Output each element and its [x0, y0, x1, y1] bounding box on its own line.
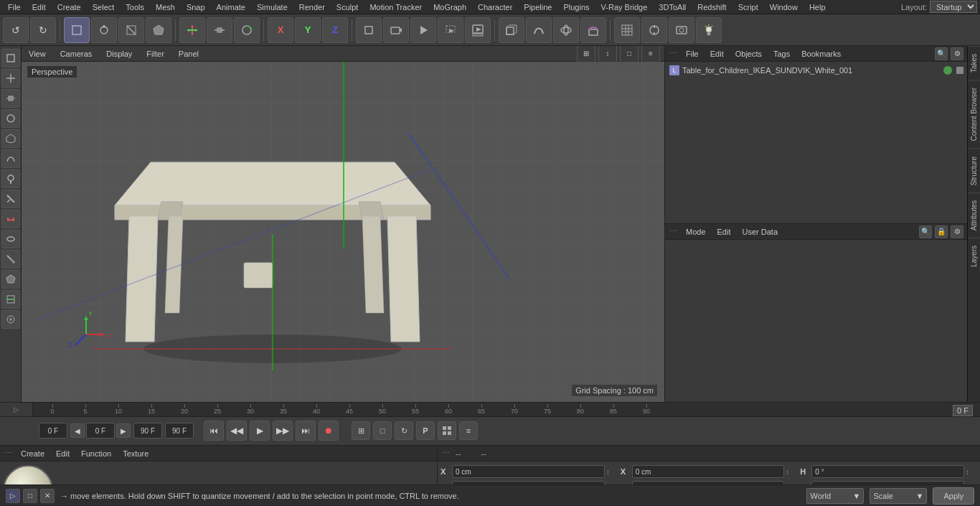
play-btn[interactable]: ▶	[250, 421, 270, 441]
mat-function-menu[interactable]: Function	[78, 448, 114, 459]
attr-user-data-menu[interactable]: User Data	[740, 226, 781, 238]
scene-canvas[interactable]: Perspective	[22, 62, 664, 402]
object-visibility-status[interactable]	[943, 66, 952, 75]
mat-create-menu[interactable]: Create	[18, 448, 47, 459]
extra-btn-5[interactable]	[438, 421, 456, 440]
smooth-tool[interactable]	[1, 230, 20, 248]
attr-mode-menu[interactable]: Mode	[683, 226, 709, 238]
nurbs-button[interactable]	[553, 17, 579, 43]
extra-btn-4[interactable]: P	[416, 421, 435, 440]
brush-tool[interactable]	[1, 250, 20, 268]
viewport-icon-4[interactable]: ≡	[641, 46, 660, 63]
h-rot-field[interactable]: 0 °	[811, 465, 964, 478]
attr-lock-btn[interactable]: 🔒	[935, 225, 948, 238]
spline-tool-left[interactable]	[1, 149, 20, 168]
scale-dropdown[interactable]: Scale ▼	[870, 488, 927, 504]
viewport-icon-2[interactable]: ↕	[598, 46, 617, 63]
paint-tool[interactable]	[1, 169, 20, 188]
menu-motion-tracker[interactable]: Motion Tracker	[364, 1, 427, 13]
object-item-table[interactable]: L Table_for_Children_IKEA_SUNDVIK_White_…	[666, 63, 966, 78]
start-frame-field[interactable]: 0 F	[39, 423, 67, 439]
mat-edit-menu[interactable]: Edit	[53, 448, 72, 459]
viewport-display-menu[interactable]: Display	[103, 48, 135, 60]
attr-edit-menu[interactable]: Edit	[715, 226, 734, 238]
extrude-tool[interactable]	[1, 129, 20, 148]
timeline-ruler[interactable]: ▷ 0 5 10 15 20 25 30 35 40 45 50 55 60 6…	[0, 403, 980, 417]
polygon-tool[interactable]	[1, 270, 20, 289]
viewport-view-menu[interactable]: View	[26, 48, 49, 60]
menu-edit[interactable]: Edit	[27, 1, 51, 13]
viewport-panel-menu[interactable]: Panel	[176, 48, 202, 60]
om-bookmarks-menu[interactable]: Bookmarks	[798, 48, 844, 60]
edge-mode-button[interactable]	[118, 17, 144, 43]
om-edit-menu[interactable]: Edit	[707, 48, 727, 60]
end-frame-field[interactable]: 90 F	[165, 423, 194, 439]
menu-mograph[interactable]: MoGraph	[428, 1, 471, 13]
layers-tab[interactable]: Layers	[968, 238, 980, 274]
menu-create[interactable]: Create	[52, 1, 86, 13]
mat-texture-menu[interactable]: Texture	[120, 448, 151, 459]
model-tool[interactable]	[1, 49, 20, 67]
rotate-tool-left[interactable]	[1, 109, 20, 128]
menu-sculpt[interactable]: Sculpt	[331, 1, 364, 13]
menu-simulate[interactable]: Simulate	[252, 1, 293, 13]
knife-tool[interactable]	[1, 189, 20, 208]
x-axis-button[interactable]: X	[268, 17, 293, 43]
step-back-btn[interactable]: ◀◀	[227, 421, 247, 441]
menu-snap[interactable]: Snap	[182, 1, 210, 13]
camera-button[interactable]	[383, 17, 409, 43]
attr-settings-btn[interactable]: ⚙	[951, 225, 963, 238]
menu-mesh[interactable]: Mesh	[151, 1, 180, 13]
menu-script[interactable]: Script	[733, 1, 763, 13]
step-fwd-btn[interactable]: ▶▶	[273, 421, 293, 441]
menu-3dtoall[interactable]: 3DToAll	[654, 1, 691, 13]
polygon-mode-button[interactable]	[146, 17, 171, 43]
timeline-position[interactable]: 0 F	[953, 405, 973, 416]
viewport[interactable]: View Cameras Display Filter Panel ⊞ ↕ □ …	[22, 46, 664, 402]
viewport-filter-menu[interactable]: Filter	[143, 48, 166, 60]
grid-button[interactable]	[614, 17, 640, 43]
viewport-icon-1[interactable]: ⊞	[577, 46, 595, 63]
move-tool-button[interactable]	[179, 17, 205, 43]
menu-vray[interactable]: V-Ray Bridge	[596, 1, 653, 13]
x-size-field[interactable]: 0 cm	[632, 465, 785, 478]
takes-tab[interactable]: Takes	[968, 46, 980, 80]
om-file-menu[interactable]: File	[683, 48, 702, 60]
object-type-button[interactable]	[356, 17, 382, 43]
menu-help[interactable]: Help	[804, 1, 831, 13]
object-list[interactable]: L Table_for_Children_IKEA_SUNDVIK_White_…	[665, 62, 968, 223]
om-tags-menu[interactable]: Tags	[771, 48, 793, 60]
y-axis-button[interactable]: Y	[295, 17, 321, 43]
render-button[interactable]	[410, 17, 436, 43]
mesh-edit-button[interactable]	[91, 17, 117, 43]
spline-button[interactable]	[526, 17, 552, 43]
menu-pipeline[interactable]: Pipeline	[519, 1, 557, 13]
snap-button[interactable]	[641, 17, 667, 43]
world-dropdown[interactable]: World ▼	[806, 488, 864, 504]
menu-file[interactable]: File	[3, 1, 26, 13]
menu-animate[interactable]: Animate	[212, 1, 250, 13]
viewport-cameras-menu[interactable]: Cameras	[57, 48, 95, 60]
go-start-btn[interactable]: ⏮	[204, 421, 224, 441]
layout-dropdown[interactable]: Startup	[930, 1, 977, 13]
render-region-button[interactable]	[438, 17, 463, 43]
attributes-tab[interactable]: Attributes	[968, 192, 980, 238]
status-icon-close[interactable]: ✕	[40, 489, 55, 503]
menu-redshift[interactable]: Redshift	[692, 1, 731, 13]
record-btn[interactable]: ⏺	[319, 421, 339, 441]
x-pos-field[interactable]: 0 cm	[452, 465, 605, 478]
preview-end-field[interactable]: 90 F	[133, 423, 162, 439]
render-to-po-button[interactable]	[465, 17, 491, 43]
structure-tab[interactable]: Structure	[968, 149, 980, 193]
menu-window[interactable]: Window	[765, 1, 803, 13]
cube-button[interactable]	[499, 17, 524, 43]
menu-tools[interactable]: Tools	[121, 1, 149, 13]
frame-left-arrow[interactable]: ◀	[70, 423, 85, 438]
attr-search-btn[interactable]: 🔍	[919, 225, 932, 238]
rotate-tool-button[interactable]	[234, 17, 260, 43]
content-browser-tab[interactable]: Content Browser	[968, 80, 980, 148]
current-frame-field[interactable]: 0 F	[86, 423, 115, 439]
camera-view-button[interactable]	[669, 17, 694, 43]
scale-tool-left[interactable]	[1, 89, 20, 108]
menu-character[interactable]: Character	[473, 1, 517, 13]
